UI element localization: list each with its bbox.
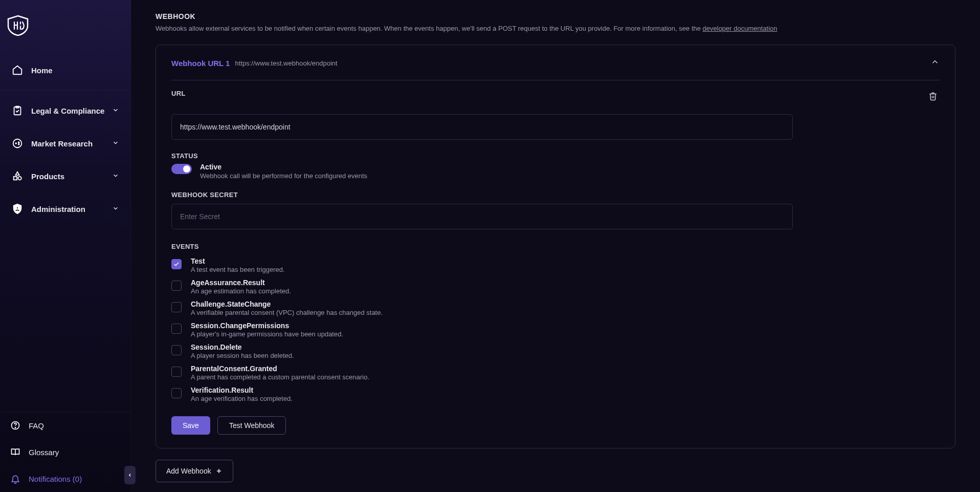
sidebar-item-label: Notifications (0) [29,475,82,483]
card-url-preview: https://www.test.webhook/endpoint [235,59,337,67]
status-label: STATUS [171,152,940,160]
sidebar-item-administration[interactable]: Administration [2,193,128,225]
event-checkbox[interactable] [171,281,182,291]
event-description: An age verification has completed. [191,395,293,402]
sidebar-item-products[interactable]: Products [2,160,128,192]
svg-point-3 [18,142,19,143]
events-label: EVENTS [171,243,940,250]
gamepad-icon [11,137,24,149]
chevron-down-icon [112,205,119,213]
event-item: AgeAssurance.Result An age estimation ha… [171,276,940,297]
chevron-down-icon [112,172,119,181]
book-open-icon [9,446,21,458]
sidebar-item-market-research[interactable]: Market Research [2,127,128,159]
sidebar: Home Legal & Compliance Market Research [0,0,131,492]
section-description: Webhooks allow external services to be n… [155,25,955,32]
event-name: AgeAssurance.Result [191,279,291,287]
event-item: Verification.Result An age verification … [171,383,940,405]
event-description: A test event has been triggered. [191,266,285,273]
sidebar-item-faq[interactable]: FAQ [0,412,130,439]
event-checkbox[interactable] [171,367,182,377]
trash-icon [928,92,938,101]
events-list: Test A test event has been triggered. Ag… [171,254,940,405]
chevron-up-icon [930,57,940,67]
url-label-row: URL [171,90,940,105]
sidebar-item-label: Administration [31,205,85,213]
url-input[interactable] [171,114,793,140]
main-content: WEBHOOK Webhooks allow external services… [131,0,980,492]
test-webhook-button[interactable]: Test Webhook [217,416,286,435]
sidebar-bottom: FAQ Glossary Notifications (0) [0,412,130,492]
sidebar-item-home[interactable]: Home [2,54,128,86]
sidebar-item-label: Glossary [29,448,59,457]
clipboard-check-icon [11,104,24,117]
status-row: Active Webhook call will be performed fo… [171,163,940,180]
sidebar-collapse-toggle[interactable] [124,466,136,484]
svg-rect-5 [14,177,17,180]
sidebar-item-label: Products [31,172,64,181]
status-name: Active [200,163,367,171]
event-description: A verifiable parental consent (VPC) chal… [191,309,383,316]
event-name: Session.ChangePermissions [191,322,343,330]
help-circle-icon [9,419,21,432]
event-description: A player's in-game permissions have been… [191,330,343,338]
sidebar-item-glossary[interactable]: Glossary [0,439,130,465]
event-item: Session.Delete A player session has been… [171,340,940,362]
svg-point-4 [18,144,19,145]
developer-doc-link[interactable]: developer documentation [703,25,777,32]
sidebar-item-label: Market Research [31,139,93,148]
svg-point-2 [15,143,16,144]
add-webhook-label: Add Webhook [166,467,211,475]
event-checkbox[interactable] [171,388,182,398]
event-item: ParentalConsent.Granted A parent has com… [171,362,940,383]
home-icon [11,64,24,76]
collapse-card-button[interactable] [930,57,940,69]
event-checkbox[interactable] [171,345,182,355]
event-name: ParentalConsent.Granted [191,365,369,373]
sidebar-item-notifications[interactable]: Notifications (0) [0,465,130,492]
chevron-down-icon [112,139,119,148]
logo-icon [5,15,31,36]
svg-point-9 [15,427,15,428]
url-label: URL [171,90,186,97]
svg-point-1 [13,139,22,148]
card-header: Webhook URL 1 https://www.test.webhook/e… [171,57,940,80]
event-checkbox[interactable] [171,259,182,269]
event-checkbox[interactable] [171,324,182,334]
event-item: Session.ChangePermissions A player's in-… [171,319,940,340]
add-webhook-button[interactable]: Add Webhook [155,460,233,482]
status-description: Webhook call will be performed for the c… [200,172,367,180]
chevron-left-icon [127,473,132,478]
toggle-knob [183,165,190,173]
sidebar-item-label: FAQ [29,421,44,430]
delete-webhook-button[interactable] [926,90,940,105]
logo-area [0,0,130,51]
secret-input[interactable] [171,204,793,229]
status-toggle[interactable] [171,164,192,174]
svg-point-7 [16,207,18,209]
save-button[interactable]: Save [171,416,210,435]
event-description: An age estimation has completed. [191,287,291,295]
event-checkbox[interactable] [171,302,182,312]
sidebar-item-legal[interactable]: Legal & Compliance [2,95,128,126]
check-icon [173,261,180,267]
section-title: WEBHOOK [155,12,955,20]
plus-icon [215,467,222,475]
event-item: Test A test event has been triggered. [171,254,940,276]
shield-user-icon [11,203,24,215]
event-description: A parent has completed a custom parental… [191,373,369,381]
event-name: Verification.Result [191,386,293,394]
secret-label: WEBHOOK SECRET [171,191,940,199]
card-button-row: Save Test Webhook [171,416,940,435]
sidebar-item-label: Legal & Compliance [31,106,104,115]
nav-divider [0,90,130,91]
event-item: Challenge.StateChange A verifiable paren… [171,297,940,319]
event-name: Challenge.StateChange [191,300,383,308]
event-name: Test [191,257,285,265]
svg-point-6 [18,177,21,180]
sidebar-item-label: Home [31,66,53,75]
event-description: A player session has been deleted. [191,352,294,359]
chevron-down-icon [112,106,119,115]
webhook-card: Webhook URL 1 https://www.test.webhook/e… [155,45,955,448]
shapes-icon [11,170,24,182]
